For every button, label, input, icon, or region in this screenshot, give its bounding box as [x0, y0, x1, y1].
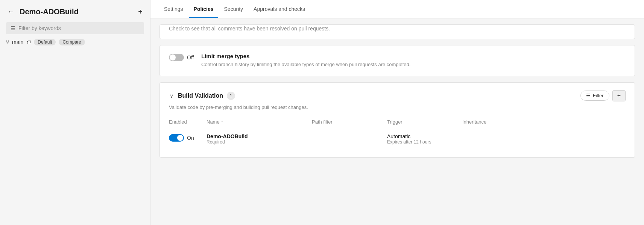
sidebar-header: ← Demo-ADOBuild +	[0, 0, 150, 22]
branch-row: ⑂ main 🏷 Default Compare	[6, 39, 144, 45]
build-validation-header: ∨ Build Validation 1 ☰ Filter +	[169, 90, 626, 101]
tab-security[interactable]: Security	[220, 0, 248, 18]
col-enabled: Enabled	[169, 116, 207, 128]
limit-merge-card: Off Limit merge types Control branch his…	[159, 45, 635, 76]
limit-merge-info: Limit merge types Control branch history…	[201, 53, 626, 68]
build-validation-count: 1	[227, 92, 235, 100]
row-trigger: Automatic Expires after 12 hours	[387, 128, 462, 150]
branch-icon: ⑂	[6, 39, 9, 45]
sort-icon[interactable]: ↑	[221, 120, 223, 124]
content-area: Check to see that all comments have been…	[150, 18, 644, 225]
build-validation-desc: Validate code by pre-merging and buildin…	[169, 104, 626, 110]
default-badge[interactable]: Default	[34, 39, 56, 45]
tag-icon: 🏷	[26, 39, 31, 45]
limit-merge-toggle-label: Off	[187, 54, 194, 60]
limit-merge-desc: Control branch history by limiting the a…	[201, 61, 626, 68]
limit-merge-toggle[interactable]	[169, 54, 184, 61]
filter-box[interactable]: ☰ Filter by keywords	[6, 22, 144, 34]
main-panel: Settings Policies Security Approvals and…	[150, 0, 644, 225]
build-validation-title: Build Validation	[178, 92, 223, 99]
row-toggle-thumb	[177, 135, 183, 141]
row-toggle-label: On	[187, 135, 194, 141]
toggle-thumb	[170, 54, 176, 60]
limit-merge-toggle-container: Off	[169, 53, 195, 61]
limit-merge-row: Off Limit merge types Control branch his…	[169, 53, 626, 68]
row-enabled: On	[169, 128, 207, 150]
comments-policy-text: Check to see that all comments have been…	[169, 25, 626, 33]
row-name-main: Demo-ADOBuild	[207, 133, 307, 139]
back-button[interactable]: ←	[6, 6, 16, 17]
row-toggle-container: On	[169, 133, 202, 142]
add-validation-button[interactable]: +	[612, 90, 626, 101]
tab-settings[interactable]: Settings	[159, 0, 188, 18]
row-name: Demo-ADOBuild Required	[207, 128, 312, 150]
branch-name: main	[12, 39, 23, 45]
filter-icon: ☰	[11, 25, 15, 31]
col-path-filter: Path filter	[312, 116, 387, 128]
tab-bar: Settings Policies Security Approvals and…	[150, 0, 644, 18]
filter-placeholder-text: Filter by keywords	[18, 25, 61, 31]
filter-button-label: Filter	[593, 93, 604, 98]
table-row: On Demo-ADOBuild Required Automatic Expi…	[169, 128, 626, 150]
compare-badge[interactable]: Compare	[59, 39, 85, 45]
col-inheritance: Inheritance	[462, 116, 626, 128]
add-repo-button[interactable]: +	[137, 6, 144, 18]
sidebar-title: Demo-ADOBuild	[20, 8, 133, 16]
section-actions: ☰ Filter +	[580, 90, 626, 101]
col-trigger: Trigger	[387, 116, 462, 128]
tab-policies[interactable]: Policies	[189, 0, 218, 18]
row-path-filter	[312, 128, 387, 150]
table-header-row: Enabled Name ↑ Path filter Trigger Inher…	[169, 116, 626, 128]
limit-merge-title: Limit merge types	[201, 53, 626, 59]
col-name-label: Name	[207, 119, 220, 125]
tab-approvals-and-checks[interactable]: Approvals and checks	[249, 0, 310, 18]
build-validation-table: Enabled Name ↑ Path filter Trigger Inher…	[169, 116, 626, 150]
row-trigger-main: Automatic	[387, 133, 458, 139]
collapse-button[interactable]: ∨	[169, 92, 174, 100]
col-name: Name ↑	[207, 116, 312, 128]
sidebar: ← Demo-ADOBuild + ☰ Filter by keywords ⑂…	[0, 0, 150, 225]
build-validation-card: ∨ Build Validation 1 ☰ Filter + Validate…	[159, 82, 635, 158]
row-inheritance	[462, 128, 626, 150]
row-name-sub: Required	[207, 139, 307, 145]
filter-lines-icon: ☰	[586, 93, 591, 98]
row-trigger-sub: Expires after 12 hours	[387, 139, 458, 145]
filter-button[interactable]: ☰ Filter	[580, 91, 609, 101]
comments-policy-card: Check to see that all comments have been…	[159, 24, 635, 39]
row-toggle[interactable]	[169, 134, 184, 142]
